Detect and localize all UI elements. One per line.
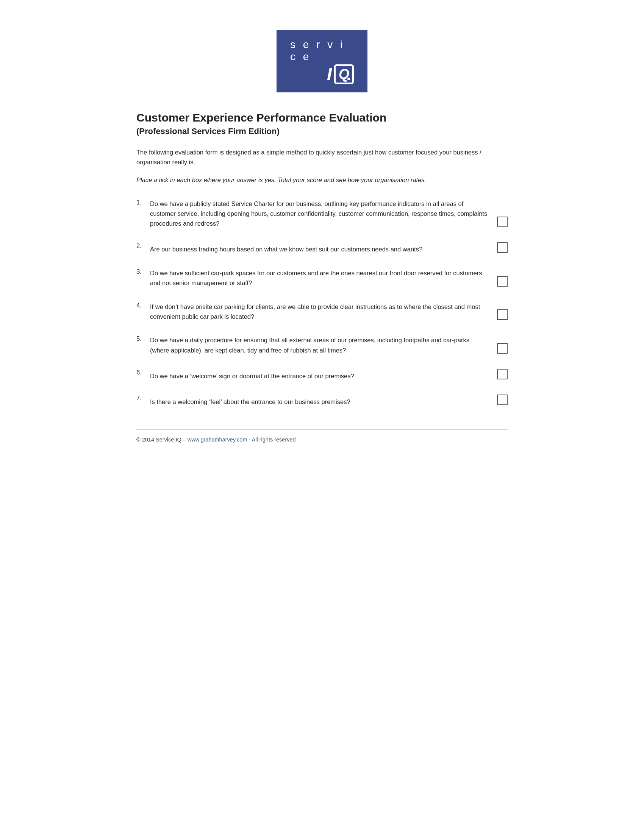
footer-suffix: - All rights reserved [247,437,296,442]
answer-checkbox[interactable] [497,369,508,380]
question-content: Do we have a ‘welcome’ sign or doormat a… [150,369,508,381]
question-number: 5. [136,335,150,342]
question-text: Do we have a ‘welcome’ sign or doormat a… [150,371,488,381]
logo-container: s e r v i c e I Q [136,30,508,92]
question-content: Is there a welcoming ‘feel’ about the en… [150,394,508,407]
question-item: 1.Do we have a publicly stated Service C… [136,199,508,229]
question-content: Are our business trading hours based on … [150,242,508,254]
question-item: 4.If we don’t have onsite car parking fo… [136,302,508,322]
question-text: Do we have a daily procedure for ensurin… [150,335,488,355]
intro-text: The following evaluation form is designe… [136,148,508,167]
question-row: Are our business trading hours based on … [150,242,508,254]
instruction-text: Place a tick in each box where your answ… [136,175,508,185]
footer-text: © 2014 Service IQ – [136,437,188,442]
page: s e r v i c e I Q Customer Experience Pe… [114,0,530,833]
question-item: 3.Do we have sufficient car-park spaces … [136,268,508,288]
question-item: 5.Do we have a daily procedure for ensur… [136,335,508,355]
question-number: 3. [136,268,150,275]
question-item: 6.Do we have a ‘welcome’ sign or doormat… [136,369,508,381]
question-row: Do we have a publicly stated Service Cha… [150,199,508,229]
sub-title: (Professional Services Firm Edition) [136,127,508,136]
question-row: Do we have sufficient car-park spaces fo… [150,268,508,288]
logo-q-box: Q [334,64,354,84]
logo-i-letter: I [327,65,332,83]
question-item: 7.Is there a welcoming ‘feel’ about the … [136,394,508,407]
question-content: Do we have a publicly stated Service Cha… [150,199,508,229]
question-content: If we don’t have onsite car parking for … [150,302,508,322]
question-number: 4. [136,302,150,309]
footer: © 2014 Service IQ – www.grahamharvey.com… [136,429,508,442]
question-row: Do we have a daily procedure for ensurin… [150,335,508,355]
logo-q-dot [348,78,350,80]
question-row: If we don’t have onsite car parking for … [150,302,508,322]
answer-checkbox[interactable] [497,309,508,320]
question-content: Do we have a daily procedure for ensurin… [150,335,508,355]
question-number: 1. [136,199,150,206]
question-text: Is there a welcoming ‘feel’ about the en… [150,397,488,407]
question-number: 2. [136,242,150,249]
question-number: 6. [136,369,150,376]
answer-checkbox[interactable] [497,276,508,286]
question-text: If we don’t have onsite car parking for … [150,302,488,322]
question-row: Do we have a ‘welcome’ sign or doormat a… [150,369,508,381]
main-title: Customer Experience Performance Evaluati… [136,111,508,124]
logo: s e r v i c e I Q [277,30,367,92]
answer-checkbox[interactable] [497,394,508,405]
question-content: Do we have sufficient car-park spaces fo… [150,268,508,288]
question-text: Do we have a publicly stated Service Cha… [150,199,488,229]
question-row: Is there a welcoming ‘feel’ about the en… [150,394,508,407]
answer-checkbox[interactable] [497,217,508,227]
answer-checkbox[interactable] [497,343,508,354]
logo-top-text: s e r v i c e [290,39,354,63]
question-item: 2.Are our business trading hours based o… [136,242,508,254]
question-number: 7. [136,394,150,402]
questions-list: 1.Do we have a publicly stated Service C… [136,199,508,407]
footer-link[interactable]: www.grahamharvey.com [188,437,247,442]
question-text: Are our business trading hours based on … [150,244,488,254]
logo-bottom: I Q [327,64,354,84]
question-text: Do we have sufficient car-park spaces fo… [150,268,488,288]
answer-checkbox[interactable] [497,242,508,253]
